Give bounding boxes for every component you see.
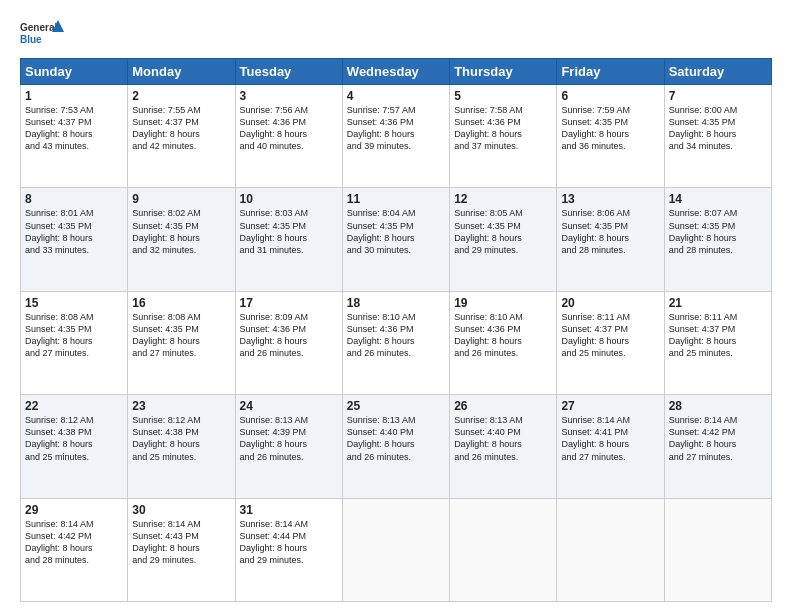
- day-number: 6: [561, 89, 659, 103]
- day-number: 26: [454, 399, 552, 413]
- cell-info: Sunrise: 8:07 AMSunset: 4:35 PMDaylight:…: [669, 207, 767, 256]
- cell-info: Sunrise: 8:13 AMSunset: 4:40 PMDaylight:…: [347, 414, 445, 463]
- cell-info: Sunrise: 8:13 AMSunset: 4:39 PMDaylight:…: [240, 414, 338, 463]
- calendar-week-5: 29Sunrise: 8:14 AMSunset: 4:42 PMDayligh…: [21, 498, 772, 601]
- cell-info: Sunrise: 8:01 AMSunset: 4:35 PMDaylight:…: [25, 207, 123, 256]
- day-number: 21: [669, 296, 767, 310]
- weekday-header-row: SundayMondayTuesdayWednesdayThursdayFrid…: [21, 59, 772, 85]
- cell-info: Sunrise: 8:14 AMSunset: 4:42 PMDaylight:…: [669, 414, 767, 463]
- cell-info: Sunrise: 8:14 AMSunset: 4:43 PMDaylight:…: [132, 518, 230, 567]
- calendar-cell: [450, 498, 557, 601]
- day-number: 14: [669, 192, 767, 206]
- calendar-cell: 9Sunrise: 8:02 AMSunset: 4:35 PMDaylight…: [128, 188, 235, 291]
- calendar-cell: 2Sunrise: 7:55 AMSunset: 4:37 PMDaylight…: [128, 85, 235, 188]
- cell-info: Sunrise: 8:02 AMSunset: 4:35 PMDaylight:…: [132, 207, 230, 256]
- cell-info: Sunrise: 8:14 AMSunset: 4:41 PMDaylight:…: [561, 414, 659, 463]
- cell-info: Sunrise: 8:11 AMSunset: 4:37 PMDaylight:…: [669, 311, 767, 360]
- calendar-cell: 17Sunrise: 8:09 AMSunset: 4:36 PMDayligh…: [235, 291, 342, 394]
- day-number: 7: [669, 89, 767, 103]
- calendar-cell: 26Sunrise: 8:13 AMSunset: 4:40 PMDayligh…: [450, 395, 557, 498]
- day-number: 27: [561, 399, 659, 413]
- day-number: 3: [240, 89, 338, 103]
- calendar-cell: 10Sunrise: 8:03 AMSunset: 4:35 PMDayligh…: [235, 188, 342, 291]
- day-number: 22: [25, 399, 123, 413]
- calendar-cell: 18Sunrise: 8:10 AMSunset: 4:36 PMDayligh…: [342, 291, 449, 394]
- day-number: 10: [240, 192, 338, 206]
- day-number: 12: [454, 192, 552, 206]
- cell-info: Sunrise: 8:10 AMSunset: 4:36 PMDaylight:…: [454, 311, 552, 360]
- cell-info: Sunrise: 8:06 AMSunset: 4:35 PMDaylight:…: [561, 207, 659, 256]
- day-number: 20: [561, 296, 659, 310]
- calendar-cell: 31Sunrise: 8:14 AMSunset: 4:44 PMDayligh…: [235, 498, 342, 601]
- calendar-week-1: 1Sunrise: 7:53 AMSunset: 4:37 PMDaylight…: [21, 85, 772, 188]
- cell-info: Sunrise: 7:59 AMSunset: 4:35 PMDaylight:…: [561, 104, 659, 153]
- calendar-cell: 27Sunrise: 8:14 AMSunset: 4:41 PMDayligh…: [557, 395, 664, 498]
- calendar-cell: 19Sunrise: 8:10 AMSunset: 4:36 PMDayligh…: [450, 291, 557, 394]
- cell-info: Sunrise: 8:08 AMSunset: 4:35 PMDaylight:…: [25, 311, 123, 360]
- calendar-cell: 25Sunrise: 8:13 AMSunset: 4:40 PMDayligh…: [342, 395, 449, 498]
- day-number: 4: [347, 89, 445, 103]
- calendar-week-3: 15Sunrise: 8:08 AMSunset: 4:35 PMDayligh…: [21, 291, 772, 394]
- calendar-cell: 24Sunrise: 8:13 AMSunset: 4:39 PMDayligh…: [235, 395, 342, 498]
- calendar-cell: 15Sunrise: 8:08 AMSunset: 4:35 PMDayligh…: [21, 291, 128, 394]
- calendar-cell: 6Sunrise: 7:59 AMSunset: 4:35 PMDaylight…: [557, 85, 664, 188]
- calendar-cell: 22Sunrise: 8:12 AMSunset: 4:38 PMDayligh…: [21, 395, 128, 498]
- calendar-cell: 14Sunrise: 8:07 AMSunset: 4:35 PMDayligh…: [664, 188, 771, 291]
- weekday-header-monday: Monday: [128, 59, 235, 85]
- day-number: 25: [347, 399, 445, 413]
- calendar-cell: [342, 498, 449, 601]
- weekday-header-saturday: Saturday: [664, 59, 771, 85]
- weekday-header-thursday: Thursday: [450, 59, 557, 85]
- cell-info: Sunrise: 8:10 AMSunset: 4:36 PMDaylight:…: [347, 311, 445, 360]
- cell-info: Sunrise: 7:56 AMSunset: 4:36 PMDaylight:…: [240, 104, 338, 153]
- cell-info: Sunrise: 8:05 AMSunset: 4:35 PMDaylight:…: [454, 207, 552, 256]
- day-number: 31: [240, 503, 338, 517]
- cell-info: Sunrise: 8:13 AMSunset: 4:40 PMDaylight:…: [454, 414, 552, 463]
- calendar-week-4: 22Sunrise: 8:12 AMSunset: 4:38 PMDayligh…: [21, 395, 772, 498]
- calendar-week-2: 8Sunrise: 8:01 AMSunset: 4:35 PMDaylight…: [21, 188, 772, 291]
- cell-info: Sunrise: 8:11 AMSunset: 4:37 PMDaylight:…: [561, 311, 659, 360]
- cell-info: Sunrise: 8:04 AMSunset: 4:35 PMDaylight:…: [347, 207, 445, 256]
- weekday-header-tuesday: Tuesday: [235, 59, 342, 85]
- day-number: 1: [25, 89, 123, 103]
- day-number: 18: [347, 296, 445, 310]
- calendar-cell: [557, 498, 664, 601]
- cell-info: Sunrise: 8:14 AMSunset: 4:42 PMDaylight:…: [25, 518, 123, 567]
- calendar-cell: 5Sunrise: 7:58 AMSunset: 4:36 PMDaylight…: [450, 85, 557, 188]
- calendar-cell: 16Sunrise: 8:08 AMSunset: 4:35 PMDayligh…: [128, 291, 235, 394]
- day-number: 11: [347, 192, 445, 206]
- calendar-cell: 28Sunrise: 8:14 AMSunset: 4:42 PMDayligh…: [664, 395, 771, 498]
- cell-info: Sunrise: 8:12 AMSunset: 4:38 PMDaylight:…: [132, 414, 230, 463]
- calendar-cell: 23Sunrise: 8:12 AMSunset: 4:38 PMDayligh…: [128, 395, 235, 498]
- cell-info: Sunrise: 7:55 AMSunset: 4:37 PMDaylight:…: [132, 104, 230, 153]
- day-number: 15: [25, 296, 123, 310]
- calendar-cell: 3Sunrise: 7:56 AMSunset: 4:36 PMDaylight…: [235, 85, 342, 188]
- page: General Blue SundayMondayTuesdayWednesda…: [0, 0, 792, 612]
- day-number: 8: [25, 192, 123, 206]
- day-number: 28: [669, 399, 767, 413]
- cell-info: Sunrise: 8:00 AMSunset: 4:35 PMDaylight:…: [669, 104, 767, 153]
- day-number: 2: [132, 89, 230, 103]
- day-number: 9: [132, 192, 230, 206]
- calendar-cell: 30Sunrise: 8:14 AMSunset: 4:43 PMDayligh…: [128, 498, 235, 601]
- logo: General Blue: [20, 18, 64, 48]
- calendar-cell: 7Sunrise: 8:00 AMSunset: 4:35 PMDaylight…: [664, 85, 771, 188]
- day-number: 16: [132, 296, 230, 310]
- weekday-header-friday: Friday: [557, 59, 664, 85]
- svg-text:Blue: Blue: [20, 34, 42, 45]
- calendar-cell: 4Sunrise: 7:57 AMSunset: 4:36 PMDaylight…: [342, 85, 449, 188]
- day-number: 30: [132, 503, 230, 517]
- day-number: 5: [454, 89, 552, 103]
- header: General Blue: [20, 18, 772, 48]
- calendar-body: 1Sunrise: 7:53 AMSunset: 4:37 PMDaylight…: [21, 85, 772, 602]
- day-number: 13: [561, 192, 659, 206]
- cell-info: Sunrise: 7:57 AMSunset: 4:36 PMDaylight:…: [347, 104, 445, 153]
- calendar-cell: 11Sunrise: 8:04 AMSunset: 4:35 PMDayligh…: [342, 188, 449, 291]
- cell-info: Sunrise: 8:12 AMSunset: 4:38 PMDaylight:…: [25, 414, 123, 463]
- calendar-cell: [664, 498, 771, 601]
- weekday-header-wednesday: Wednesday: [342, 59, 449, 85]
- calendar-cell: 21Sunrise: 8:11 AMSunset: 4:37 PMDayligh…: [664, 291, 771, 394]
- cell-info: Sunrise: 8:03 AMSunset: 4:35 PMDaylight:…: [240, 207, 338, 256]
- svg-text:General: General: [20, 22, 57, 33]
- calendar-table: SundayMondayTuesdayWednesdayThursdayFrid…: [20, 58, 772, 602]
